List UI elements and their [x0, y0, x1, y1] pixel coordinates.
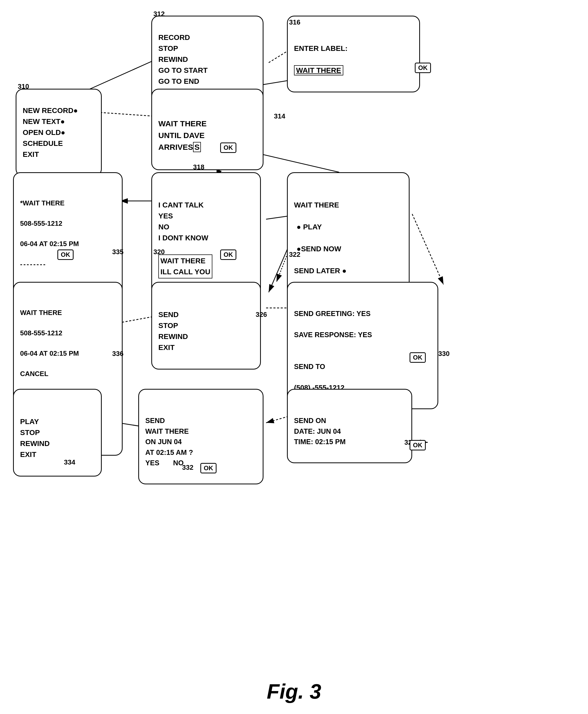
- ref-314: 314: [274, 112, 285, 120]
- ok-badge-332: OK: [410, 440, 426, 450]
- figure-label: Fig. 3: [0, 679, 588, 703]
- ok-badge-314: OK: [220, 142, 236, 153]
- ref-324: 334: [64, 458, 75, 466]
- ref-322: 322: [289, 250, 300, 259]
- box-312-content: RECORD STOP REWIND GO TO START GO TO END…: [159, 32, 256, 98]
- ref-326: 326: [256, 310, 267, 319]
- ref-336: 336: [112, 350, 123, 358]
- ref-316: 316: [289, 18, 300, 26]
- ok-badge-330: OK: [410, 352, 426, 363]
- box-324: PLAYSTOPREWINDEXIT: [13, 389, 102, 476]
- ref-310: 310: [18, 82, 29, 90]
- svg-line-13: [412, 214, 443, 284]
- ok-badge-316: OK: [415, 63, 431, 73]
- box-316: ENTER LABEL: WAIT THERE: [287, 16, 420, 93]
- box-316-content: ENTER LABEL: WAIT THERE: [294, 32, 413, 76]
- box-310: NEW RECORD● NEW TEXT● OPEN OLD● SCHEDULE…: [16, 89, 102, 177]
- ref-320: 320: [153, 248, 165, 256]
- ref-334: 332: [182, 464, 193, 472]
- ok-badge-320: OK: [220, 249, 236, 260]
- ok-badge-334: OK: [201, 463, 216, 473]
- box-314: WAIT THEREUNTIL DAVEARRIVESS: [151, 89, 264, 170]
- box-314-content: WAIT THEREUNTIL DAVEARRIVESS: [159, 106, 256, 153]
- box-332-content: SEND ONDATE: JUN 04TIME: 02:15 PM: [294, 405, 405, 447]
- box-310-content: NEW RECORD● NEW TEXT● OPEN OLD● SCHEDULE…: [23, 105, 95, 160]
- ok-badge-335: OK: [57, 249, 74, 260]
- ref-335: 335: [112, 248, 123, 256]
- ref-318: 318: [193, 163, 204, 171]
- box-330-content: SEND GREETING: YES SAVE RESPONSE: YES SE…: [294, 298, 431, 393]
- ref-330: 330: [438, 350, 449, 358]
- box-324-content: PLAYSTOPREWINDEXIT: [20, 405, 95, 460]
- box-326: SENDSTOPREWINDEXIT: [151, 282, 261, 369]
- diagram: NEW RECORD● NEW TEXT● OPEN OLD● SCHEDULE…: [0, 0, 588, 714]
- box-326-content: SENDSTOPREWINDEXIT: [159, 298, 254, 353]
- box-320: I CANT TALKYESNOI DONT KNOW WAIT THEREIL…: [151, 172, 261, 295]
- box-334-content: SENDWAIT THEREON JUN 04AT 02:15 AM ?YES …: [145, 405, 256, 468]
- ref-312: 312: [153, 10, 165, 18]
- box-332: SEND ONDATE: JUN 04TIME: 02:15 PM: [287, 389, 412, 463]
- box-320-content: I CANT TALKYESNOI DONT KNOW WAIT THEREIL…: [159, 189, 254, 279]
